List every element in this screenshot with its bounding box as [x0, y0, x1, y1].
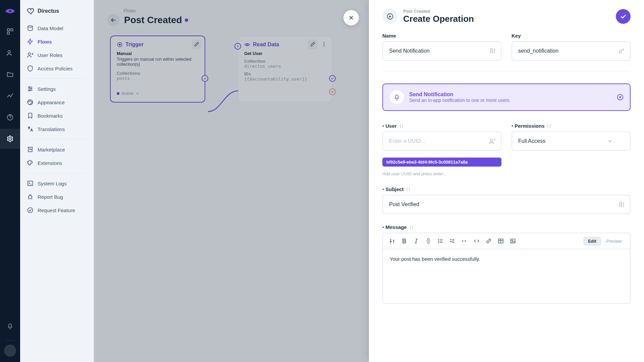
name-label: Name	[382, 33, 501, 39]
drawer-title: Create Operation	[403, 14, 474, 24]
svg-point-33	[438, 242, 439, 243]
svg-point-13	[29, 90, 30, 91]
nav-settings[interactable]: Settings	[20, 82, 94, 96]
message-label: Message	[385, 224, 407, 230]
svg-rect-0	[7, 29, 9, 31]
user-input[interactable]	[382, 131, 501, 151]
variable-hint-icon[interactable]	[409, 225, 414, 230]
svg-point-30	[490, 139, 493, 141]
nav-extensions[interactable]: Extensions	[20, 156, 94, 170]
modal-overlay[interactable]	[94, 0, 369, 362]
svg-point-7	[28, 53, 31, 55]
permissions-label: Permissions	[515, 123, 544, 129]
rail-collections-icon[interactable]	[0, 21, 20, 42]
settings-sidebar: Directus Data Model Flows User Roles Acc…	[20, 0, 94, 362]
heading-icon[interactable]	[386, 235, 398, 247]
message-editor: Edit Preview Your post has been verified…	[382, 233, 631, 304]
svg-point-16	[30, 101, 31, 101]
nav-flows[interactable]: Flows	[20, 35, 94, 48]
key-label: Key	[512, 33, 631, 39]
quote-icon[interactable]	[459, 235, 470, 247]
nav-request-feature[interactable]: Request Feature	[20, 203, 94, 217]
edit-mode-button[interactable]: Edit	[583, 237, 601, 246]
ol-icon[interactable]	[447, 235, 458, 247]
bold-icon[interactable]	[398, 235, 410, 247]
svg-point-20	[28, 208, 33, 213]
operation-type-card[interactable]: Send Notification Send an in-app notific…	[382, 83, 631, 111]
italic-icon[interactable]	[411, 235, 422, 247]
message-textarea[interactable]: Your post has been verified successfully…	[383, 249, 630, 303]
code-icon[interactable]	[471, 235, 482, 247]
users-picker-icon[interactable]	[489, 137, 496, 145]
permissions-select[interactable]: Full Access	[512, 131, 631, 151]
subject-input[interactable]	[382, 195, 631, 214]
key-input[interactable]	[512, 41, 631, 61]
svg-point-11	[29, 86, 30, 87]
svg-rect-1	[11, 29, 13, 31]
logo-icon	[4, 5, 16, 17]
rail-files-icon[interactable]	[0, 64, 20, 84]
nav-translations[interactable]: Translations	[20, 122, 94, 136]
chevron-down-icon	[607, 138, 613, 144]
svg-point-12	[31, 88, 32, 89]
user-helper: Add user UUID and press enter...	[382, 171, 501, 176]
rail-insights-icon[interactable]	[0, 86, 20, 106]
preview-mode-button[interactable]: Preview	[602, 237, 627, 246]
svg-rect-18	[28, 181, 33, 185]
svg-point-5	[9, 138, 11, 140]
svg-point-15	[29, 102, 30, 102]
nav-system-logs[interactable]: System Logs	[20, 177, 94, 190]
rail-notifications-icon[interactable]	[0, 316, 20, 336]
close-button[interactable]	[343, 10, 359, 25]
text-format-icon[interactable]	[618, 201, 625, 208]
nav-appearance[interactable]: Appearance	[20, 96, 94, 109]
drawer-crumb: Post Created	[403, 9, 474, 14]
svg-point-3	[8, 51, 10, 53]
nav-marketplace[interactable]: Marketplace	[20, 143, 94, 156]
svg-point-28	[619, 51, 622, 53]
strike-icon[interactable]	[423, 235, 434, 247]
subject-label: Subject	[385, 186, 404, 192]
clear-operation-icon[interactable]	[616, 94, 624, 101]
brand-label: Directus	[38, 8, 59, 14]
rail-docs-icon[interactable]	[0, 107, 20, 127]
rail-settings-icon[interactable]	[0, 129, 20, 149]
nav-report-bug[interactable]: Report Bug	[20, 190, 94, 203]
variable-hint-icon[interactable]	[399, 123, 404, 129]
nav-bookmarks[interactable]: Bookmarks	[20, 109, 94, 122]
user-avatar[interactable]	[4, 345, 16, 357]
bell-icon	[390, 90, 404, 104]
text-format-icon[interactable]	[489, 47, 496, 55]
brand: Directus	[20, 4, 94, 21]
svg-rect-2	[7, 32, 9, 34]
key-icon[interactable]	[618, 47, 625, 55]
nav-data-model[interactable]: Data Model	[20, 21, 94, 35]
table-icon[interactable]	[495, 235, 506, 247]
variable-hint-icon[interactable]	[406, 187, 411, 192]
link-icon[interactable]	[483, 235, 494, 247]
svg-point-6	[28, 26, 32, 27]
svg-point-19	[29, 195, 32, 199]
confirm-button[interactable]	[616, 9, 631, 24]
nav-access-policies[interactable]: Access Policies	[20, 62, 94, 75]
operation-header-icon	[382, 9, 398, 24]
svg-point-31	[438, 239, 439, 240]
svg-point-32	[438, 241, 439, 241]
user-label: User	[385, 123, 396, 129]
image-icon[interactable]	[507, 235, 519, 247]
variable-hint-icon[interactable]	[546, 123, 552, 129]
svg-point-17	[31, 102, 32, 102]
ul-icon[interactable]	[435, 235, 446, 247]
icon-rail	[0, 0, 20, 362]
svg-point-36	[512, 240, 513, 241]
rail-users-icon[interactable]	[0, 43, 20, 63]
flow-canvas: Flows Post Created Trigger Manual Trigge…	[94, 0, 369, 362]
user-chip[interactable]: bf02c5e9-ebe2-4bf4-9fc5-3c00811a7a8a	[382, 158, 501, 167]
create-operation-drawer: Post Created Create Operation Name Key	[369, 0, 644, 362]
rail-divider	[5, 340, 15, 341]
nav-user-roles[interactable]: User Roles	[20, 48, 94, 62]
name-input[interactable]	[382, 41, 501, 61]
svg-rect-35	[511, 239, 515, 243]
